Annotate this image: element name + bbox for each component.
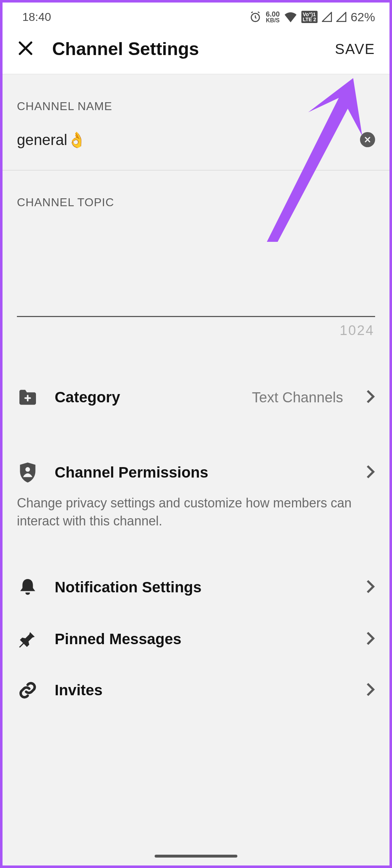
channel-name-input[interactable] xyxy=(17,131,360,148)
chevron-right-icon xyxy=(366,465,375,480)
save-button[interactable]: SAVE xyxy=(335,41,379,57)
chevron-right-icon xyxy=(366,631,375,647)
shield-person-icon xyxy=(17,462,38,483)
svg-point-1 xyxy=(26,467,30,472)
signal-icon-1 xyxy=(322,12,332,22)
network-speed: 6.00 KB/S xyxy=(266,10,280,23)
channel-topic-label: CHANNEL TOPIC xyxy=(3,171,389,216)
page-title: Channel Settings xyxy=(52,39,317,59)
pinned-row[interactable]: Pinned Messages xyxy=(3,614,389,665)
clear-input-icon[interactable] xyxy=(360,132,375,147)
topic-char-count: 1024 xyxy=(3,318,389,338)
status-time: 18:40 xyxy=(22,10,51,24)
category-value: Text Channels xyxy=(252,389,350,406)
invites-label: Invites xyxy=(55,682,350,699)
status-bar: 18:40 6.00 KB/S Vo")1 LTE 2 62% xyxy=(3,3,389,31)
permissions-row[interactable]: Channel Permissions xyxy=(3,446,389,499)
signal-icon-2 xyxy=(336,12,346,22)
pinned-label: Pinned Messages xyxy=(55,630,350,648)
app-bar: Channel Settings SAVE xyxy=(3,31,389,74)
channel-topic-input[interactable] xyxy=(17,216,375,317)
content-area: CHANNEL NAME CHANNEL TOPIC 1024 Category… xyxy=(3,74,389,865)
pin-icon xyxy=(17,630,38,648)
channel-name-row xyxy=(3,120,389,171)
chevron-right-icon xyxy=(366,579,375,595)
notifications-label: Notification Settings xyxy=(55,579,350,596)
invites-row[interactable]: Invites xyxy=(3,665,389,716)
category-row[interactable]: Category Text Channels xyxy=(3,371,389,424)
chevron-right-icon xyxy=(366,682,375,698)
link-icon xyxy=(17,681,38,700)
permissions-label: Channel Permissions xyxy=(55,464,350,481)
close-icon[interactable] xyxy=(17,40,34,58)
status-icons: 6.00 KB/S Vo")1 LTE 2 62% xyxy=(249,10,375,24)
bell-icon xyxy=(17,577,38,597)
category-label: Category xyxy=(55,389,236,406)
battery-text: 62% xyxy=(351,10,375,24)
channel-name-label: CHANNEL NAME xyxy=(3,74,389,120)
notifications-row[interactable]: Notification Settings xyxy=(3,561,389,614)
alarm-icon xyxy=(249,11,261,23)
lte-badge: Vo")1 LTE 2 xyxy=(301,11,318,23)
wifi-icon xyxy=(284,12,297,22)
permissions-description: Change privacy settings and customize ho… xyxy=(3,494,389,541)
folder-plus-icon xyxy=(17,389,38,406)
chevron-right-icon xyxy=(366,389,375,405)
home-indicator[interactable] xyxy=(155,855,237,858)
